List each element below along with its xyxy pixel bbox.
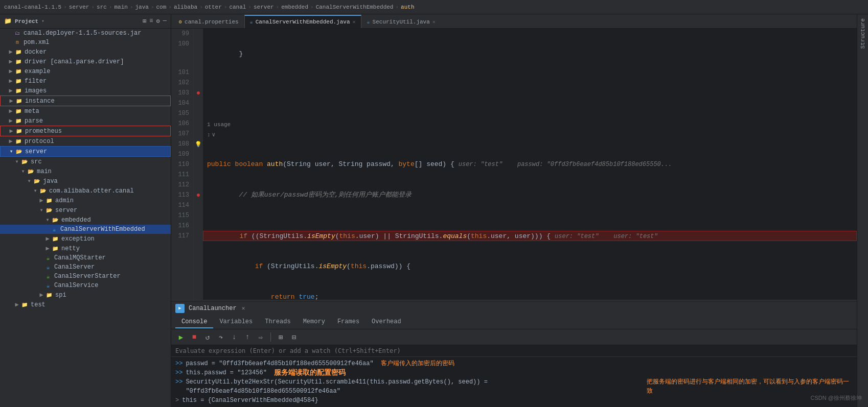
expand-arrow: ▶: [38, 291, 45, 299]
tree-item-exception[interactable]: ▶ 📁 exception: [0, 234, 171, 244]
step-into-button[interactable]: ↓: [229, 331, 240, 343]
folder-open-icon: 📂: [51, 217, 59, 224]
step-over-button[interactable]: ↷: [215, 331, 226, 343]
tree-item-example[interactable]: ▶ 📁 example: [0, 66, 171, 76]
tree-label: spi: [55, 292, 66, 299]
code-line-100: [203, 80, 857, 90]
folder-open-icon: 📂: [27, 168, 35, 175]
code-line-102: // 如果user/passwd密码为空,则任何用户账户都能登录: [203, 190, 857, 200]
debug-session-icon[interactable]: ▶: [175, 304, 185, 313]
code-line-105: return true;: [203, 292, 857, 300]
sort-icon[interactable]: ≡: [149, 17, 153, 25]
resume-button[interactable]: ▶: [175, 331, 187, 343]
folder-icon: 📁: [45, 292, 53, 299]
tree-item-netty[interactable]: ▶ 📁 netty: [0, 244, 171, 253]
code-lines[interactable]: } 1 usage ↕ ∨: [203, 29, 857, 300]
tree-item-parse[interactable]: ▶ 📁 parse: [0, 116, 171, 126]
tree-item-meta[interactable]: ▶ 📁 meta: [0, 106, 171, 116]
console-line-3: >> SecurityUtil.byte2HexStr(SecurityUtil…: [175, 377, 853, 396]
tree-label: example: [25, 68, 50, 75]
tree-item-protocol[interactable]: ▶ 📁 protocol: [0, 136, 171, 146]
tree-item-com-alibaba[interactable]: ▾ 📂 com.alibaba.otter.canal: [0, 186, 171, 196]
folder-icon: 📁: [45, 197, 53, 204]
console-output: >> passwd = "0ffd3fb6eaef4d85b10f188ed65…: [171, 357, 857, 407]
expand-arrow: ▶: [8, 97, 15, 105]
fold-icon: ↕: [207, 130, 211, 140]
tree-item-pom[interactable]: m pom.xml: [0, 38, 171, 47]
folder-icon: 📁: [51, 235, 59, 243]
tree-label: CanalServerWithEmbedded: [60, 226, 145, 233]
arrow-icon: >>: [175, 377, 182, 387]
layout-icon[interactable]: ⊞: [143, 17, 146, 25]
console-line-4: > this = {CanalServerWithEmbedded@4584}: [175, 396, 853, 405]
folder-icon: 📁: [14, 87, 22, 94]
folder-open-icon: 📂: [45, 207, 53, 214]
tree-item-docker[interactable]: ▶ 📁 docker: [0, 47, 171, 57]
tree-item-images[interactable]: ▶ 📁 images: [0, 86, 171, 95]
tree-item-canal-server-embedded[interactable]: ☕ CanalServerWithEmbedded: [0, 225, 171, 234]
watch-button[interactable]: ⊟: [288, 331, 300, 343]
debug-tab-threads[interactable]: Threads: [259, 316, 296, 328]
step-out-button[interactable]: ↑: [242, 331, 253, 343]
debug-close-icon[interactable]: ✕: [242, 305, 245, 312]
tree-label: CanalService: [54, 282, 98, 289]
editor-area: ⚙ canal.properties ☕ CanalServerWithEmbe…: [171, 14, 857, 300]
collapse-icon[interactable]: —: [163, 17, 167, 25]
stop-button[interactable]: ■: [189, 331, 200, 343]
tab-canal-server-embedded[interactable]: ☕ CanalServerWithEmbedded.java ✕: [244, 15, 361, 28]
tree-item-prometheus[interactable]: ▶ 📁 prometheus: [0, 126, 171, 136]
tree-label: driver [canal.parse.driver]: [25, 58, 124, 65]
breadcrumb: canal: [229, 4, 246, 10]
folder-icon: 📁: [14, 108, 22, 115]
breadcrumb: com: [156, 4, 167, 10]
tree-item-java[interactable]: ▾ 📂 java: [0, 176, 171, 186]
run-to-cursor-button[interactable]: ⇨: [255, 331, 266, 343]
code-line-104: if (StringUtils.isEmpty(this.passwd)) {: [203, 261, 857, 272]
class-green-icon: ☕: [44, 254, 52, 261]
tree-item-embedded[interactable]: ▾ 📂 embedded: [0, 215, 171, 225]
tree-item-test[interactable]: ▶ 📁 test: [0, 300, 171, 309]
tree-item-spi[interactable]: ▶ 📁 spi: [0, 290, 171, 300]
tree-label: meta: [25, 108, 39, 115]
tree-item-canal-service[interactable]: ☕ CanalService: [0, 281, 171, 290]
rerun-button[interactable]: ↺: [202, 331, 213, 343]
console-input[interactable]: [171, 345, 857, 357]
tree-item-instance[interactable]: ▶ 📁 instance: [0, 95, 171, 106]
console-note: 把服务端的密码进行与客户端相同的加密，可以看到与入参的客户端密码一致: [647, 377, 853, 396]
tree-item-main[interactable]: ▾ 📂 main: [0, 166, 171, 176]
tab-close-button[interactable]: ✕: [353, 19, 356, 25]
code-editor[interactable]: 99 100 101 102 103 104 105 106 107 108 1…: [171, 29, 857, 300]
folder-icon: 📁: [14, 138, 22, 145]
evaluate-button[interactable]: ⊞: [275, 331, 286, 343]
folder-icon: 📁: [51, 245, 59, 252]
watermark: CSDN @徐州蔡徐坤: [811, 394, 862, 402]
tree-item-deployer-jar[interactable]: 🗂 canal.deployer-1.1.5-sources.jar: [0, 29, 171, 38]
tab-label: CanalServerWithEmbedded.java: [256, 19, 350, 25]
debug-tab-memory[interactable]: Memory: [297, 316, 331, 328]
tree-item-canal-mq-starter[interactable]: ☕ CanalMQStarter: [0, 253, 171, 262]
tab-label: canal.properties: [185, 19, 239, 25]
folder-open-icon: 📂: [33, 178, 41, 185]
expand-arrow: ▶: [13, 301, 20, 308]
tree-item-canal-server-class[interactable]: ☕ CanalServer: [0, 262, 171, 272]
tree-item-server-pkg[interactable]: ▾ 📂 server: [0, 205, 171, 215]
expand-arrow: ▾: [19, 167, 27, 175]
tab-security-util[interactable]: ☕ SecurityUtil.java ✕: [361, 15, 441, 28]
tree-label: parse: [25, 117, 43, 125]
tree-item-src[interactable]: ▾ 📂 src: [0, 157, 171, 166]
folder-open-icon: 📂: [15, 148, 23, 155]
debug-tab-console[interactable]: Console: [175, 316, 213, 328]
tree-item-canal-server-starter[interactable]: ☕ CanalServerStarter: [0, 272, 171, 281]
debug-tab-frames[interactable]: Frames: [331, 316, 366, 328]
debug-tab-variables[interactable]: Variables: [213, 316, 259, 328]
tree-item-filter[interactable]: ▶ 📁 filter: [0, 76, 171, 86]
structure-icon[interactable]: Structure: [860, 18, 866, 49]
tree-item-admin[interactable]: ▶ 📁 admin: [0, 196, 171, 205]
debug-tab-overhead[interactable]: Overhead: [366, 316, 407, 328]
tab-close-button[interactable]: ✕: [432, 19, 436, 25]
filter-icon[interactable]: ⚙: [156, 17, 160, 25]
tab-canal-properties[interactable]: ⚙ canal.properties: [173, 15, 244, 28]
tree-item-server[interactable]: ▾ 📂 server: [0, 146, 171, 157]
tree-item-driver[interactable]: ▶ 📁 driver [canal.parse.driver]: [0, 57, 171, 66]
expand-arrow: ▶: [7, 48, 14, 56]
